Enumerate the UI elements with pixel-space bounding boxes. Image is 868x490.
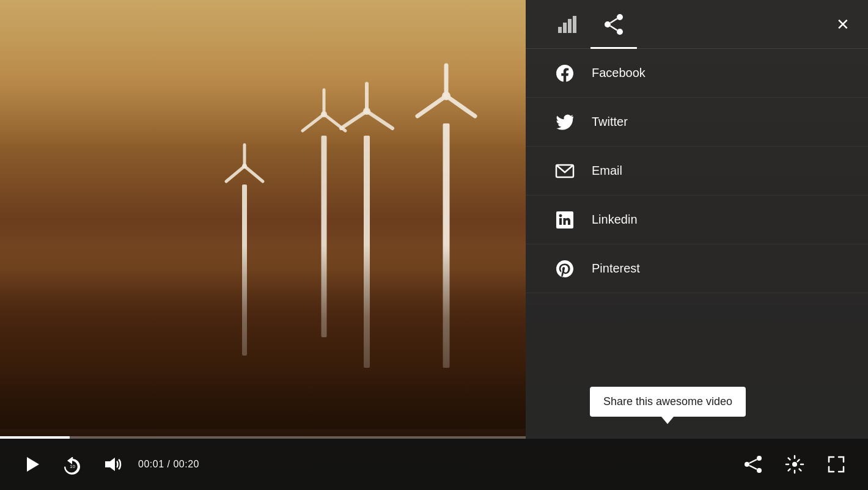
share-pinterest-item[interactable]: Pinterest bbox=[526, 244, 868, 293]
time-separator: / bbox=[167, 459, 174, 469]
pinterest-label: Pinterest bbox=[592, 261, 640, 276]
share-tooltip: Share this awesome video bbox=[590, 387, 746, 417]
pinterest-icon bbox=[550, 254, 579, 283]
share-panel: ✕ Facebook Twitter bbox=[526, 0, 868, 439]
svg-line-14 bbox=[446, 96, 475, 116]
svg-line-33 bbox=[749, 466, 757, 469]
share-linkedin-item[interactable]: Linkedin bbox=[526, 196, 868, 244]
share-facebook-item[interactable]: Facebook bbox=[526, 49, 868, 98]
linkedin-label: Linkedin bbox=[592, 213, 638, 227]
svg-point-11 bbox=[363, 108, 370, 115]
volume-button[interactable] bbox=[99, 451, 126, 478]
svg-rect-17 bbox=[563, 23, 567, 33]
svg-point-3 bbox=[242, 164, 247, 169]
svg-point-21 bbox=[605, 21, 611, 27]
controls-left: 10 00:01 / 00:20 bbox=[18, 450, 740, 479]
svg-point-15 bbox=[442, 92, 451, 100]
email-label: Email bbox=[592, 164, 622, 178]
share-twitter-item[interactable]: Twitter bbox=[526, 98, 868, 147]
svg-line-2 bbox=[245, 166, 263, 181]
svg-line-23 bbox=[611, 18, 617, 23]
svg-point-7 bbox=[321, 111, 327, 117]
controls-bar: 10 00:01 / 00:20 bbox=[0, 439, 868, 490]
play-button[interactable] bbox=[18, 451, 45, 478]
svg-point-34 bbox=[792, 462, 797, 467]
svg-line-5 bbox=[303, 114, 324, 131]
linkedin-icon bbox=[550, 205, 579, 235]
svg-line-13 bbox=[417, 96, 446, 116]
svg-point-30 bbox=[745, 462, 749, 467]
panel-close-button[interactable]: ✕ bbox=[836, 16, 850, 32]
twitter-icon bbox=[550, 108, 579, 137]
share-button[interactable] bbox=[740, 451, 767, 478]
svg-rect-16 bbox=[558, 27, 562, 33]
svg-line-9 bbox=[341, 111, 367, 128]
email-icon bbox=[550, 156, 579, 186]
svg-point-22 bbox=[617, 29, 623, 35]
twitter-label: Twitter bbox=[592, 115, 628, 129]
svg-rect-18 bbox=[568, 19, 572, 33]
svg-point-20 bbox=[617, 14, 623, 20]
facebook-label: Facebook bbox=[592, 66, 645, 80]
panel-share-content: Facebook Twitter Emai bbox=[526, 49, 868, 439]
svg-line-10 bbox=[367, 111, 392, 128]
svg-text:10: 10 bbox=[70, 464, 75, 469]
share-email-item[interactable]: Email bbox=[526, 147, 868, 196]
tooltip-text: Share this awesome video bbox=[590, 387, 746, 417]
svg-marker-28 bbox=[105, 458, 115, 471]
tab-share[interactable] bbox=[590, 0, 637, 49]
svg-marker-26 bbox=[27, 457, 39, 472]
panel-tabs: ✕ bbox=[526, 0, 868, 49]
time-display: 00:01 / 00:20 bbox=[138, 459, 199, 470]
svg-point-29 bbox=[757, 456, 762, 461]
settings-button[interactable] bbox=[781, 451, 808, 478]
current-time: 00:01 bbox=[138, 459, 164, 469]
video-player: ✕ Facebook Twitter bbox=[0, 0, 868, 490]
svg-line-32 bbox=[749, 459, 757, 463]
rewind-button[interactable]: 10 bbox=[57, 450, 87, 479]
tab-stats[interactable] bbox=[544, 0, 590, 49]
facebook-icon bbox=[550, 59, 579, 88]
svg-rect-19 bbox=[573, 16, 576, 33]
controls-right bbox=[740, 451, 850, 478]
svg-line-24 bbox=[611, 26, 617, 30]
fullscreen-button[interactable] bbox=[823, 451, 850, 478]
svg-point-31 bbox=[757, 468, 762, 473]
total-time: 00:20 bbox=[173, 459, 199, 469]
svg-line-1 bbox=[226, 166, 245, 181]
